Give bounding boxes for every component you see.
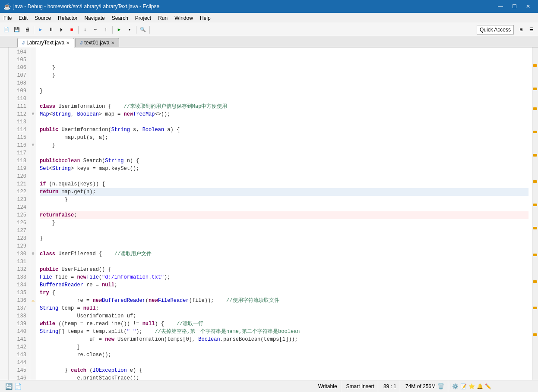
- maximize-button[interactable]: ☐: [508, 2, 521, 11]
- menu-item-file[interactable]: File: [0, 13, 15, 23]
- stop-button[interactable]: ■: [67, 25, 76, 34]
- quick-access-box[interactable]: Quick Access: [477, 25, 514, 34]
- resume-button[interactable]: ⏵: [57, 25, 66, 34]
- menu-item-project[interactable]: Project: [132, 13, 155, 23]
- fold-marker-128: [30, 235, 36, 242]
- code-line-129[interactable]: [40, 258, 529, 266]
- line-number-116: 116: [10, 141, 26, 149]
- code-line-126[interactable]: }: [40, 235, 529, 242]
- tab-icon-1: J: [22, 40, 25, 45]
- fold-marker-130[interactable]: ⊖: [30, 250, 36, 258]
- code-line-137[interactable]: while ((temp = re.readLine()) != null) {…: [40, 320, 529, 328]
- code-line-121[interactable]: }: [40, 196, 529, 204]
- save-button[interactable]: 💾: [12, 25, 22, 34]
- code-line-142[interactable]: [40, 359, 529, 367]
- line-number-140: 140: [10, 328, 26, 336]
- code-line-143[interactable]: } catch (IOException e) {: [40, 367, 529, 374]
- print-button[interactable]: 🖨: [22, 25, 32, 34]
- code-line-110[interactable]: Map<String, Boolean> map = new TreeMap<>…: [40, 110, 529, 118]
- line-number-145: 145: [10, 367, 26, 374]
- code-line-138[interactable]: String[] temps = temp.split(" "); //去掉第空…: [40, 328, 529, 336]
- status-icons: 🔄 📄: [2, 380, 25, 392]
- fold-marker-112[interactable]: ⊖: [30, 110, 36, 118]
- gc-icon[interactable]: 🗑️: [437, 383, 444, 389]
- perspective-button[interactable]: ⊞: [516, 25, 526, 34]
- view-menu-button[interactable]: ☰: [527, 25, 536, 34]
- code-line-136[interactable]: Userimformation uf;: [40, 312, 529, 320]
- code-area[interactable]: 1041051061071081091101111121131141151161…: [9, 47, 532, 380]
- code-line-107[interactable]: }: [40, 87, 529, 95]
- code-line-114[interactable]: }: [40, 141, 529, 149]
- code-line-112[interactable]: public Userimformation(String s, Boolean…: [40, 126, 529, 134]
- code-lines[interactable]: } }}class Userimformation { //来读取到的用户信息保…: [36, 47, 532, 380]
- menu-item-search[interactable]: Search: [108, 13, 132, 23]
- tab-labrary-text[interactable]: J LabraryText.java ✕: [17, 38, 74, 47]
- line-number-106: 106: [10, 64, 26, 72]
- code-line-116[interactable]: public boolean Search(String n) {: [40, 157, 529, 165]
- code-line-119[interactable]: if (n.equals(keys)) {: [40, 180, 529, 188]
- menu-item-refactor[interactable]: Refactor: [54, 13, 81, 23]
- code-line-133[interactable]: try {: [40, 289, 529, 297]
- status-icon-4: 📝: [460, 383, 467, 389]
- fold-marker-138: [30, 312, 36, 320]
- code-line-125[interactable]: [40, 227, 529, 235]
- toolbar-separator-4: [136, 26, 136, 34]
- fold-marker-119: [30, 165, 36, 172]
- menu-item-run[interactable]: Run: [155, 13, 171, 23]
- step-over-button[interactable]: ↷: [91, 25, 100, 34]
- code-line-140[interactable]: }: [40, 343, 529, 351]
- code-line-115[interactable]: [40, 149, 529, 157]
- fold-marker-118: [30, 157, 36, 165]
- line-number-137: 137: [10, 304, 26, 312]
- code-line-113[interactable]: map.put(s, a);: [40, 134, 529, 141]
- code-line-109[interactable]: class Userimformation { //来读取到的用户信息保存到Ma…: [40, 103, 529, 110]
- code-line-124[interactable]: }: [40, 219, 529, 227]
- code-line-139[interactable]: uf = new Userimformation(temps[0], Boole…: [40, 336, 529, 343]
- code-line-108[interactable]: [40, 95, 529, 103]
- code-line-128[interactable]: class UserFileread { //读取用户文件: [40, 250, 529, 258]
- fold-marker-116[interactable]: ⊖: [30, 141, 36, 149]
- code-line-134[interactable]: re = new BufferedReader(new FileReader(f…: [40, 297, 529, 304]
- run-dropdown[interactable]: ▾: [125, 25, 134, 34]
- step-return-button[interactable]: ↑: [101, 25, 111, 34]
- code-line-120[interactable]: return map.get(n);: [40, 188, 529, 196]
- code-line-135[interactable]: String temp = null;: [40, 304, 529, 312]
- close-button[interactable]: ✕: [522, 2, 535, 11]
- code-line-105[interactable]: }: [40, 72, 529, 79]
- debug-button[interactable]: ▶: [36, 25, 45, 34]
- fold-marker-120: [30, 172, 36, 180]
- line-number-130: 130: [10, 250, 26, 258]
- code-line-111[interactable]: [40, 118, 529, 126]
- code-line-141[interactable]: re.close();: [40, 351, 529, 359]
- minimize-button[interactable]: —: [494, 2, 507, 11]
- code-line-127[interactable]: [40, 242, 529, 250]
- right-scrollbar[interactable]: [532, 47, 538, 380]
- tab-close-1[interactable]: ✕: [66, 41, 70, 45]
- line-number-132: 132: [10, 266, 26, 273]
- tab-close-2[interactable]: ✕: [111, 41, 114, 45]
- code-line-131[interactable]: File file = new File("d:/imformation.txt…: [40, 273, 529, 281]
- step-into-button[interactable]: ↓: [80, 25, 90, 34]
- menu-item-edit[interactable]: Edit: [15, 13, 31, 23]
- new-button[interactable]: 📄: [2, 25, 11, 34]
- code-line-117[interactable]: Set<String> keys = map.keySet();: [40, 165, 529, 172]
- code-line-144[interactable]: e.printStackTrace();: [40, 374, 529, 380]
- tab-text01[interactable]: J text01.java ✕: [75, 38, 119, 47]
- fold-marker-133: [30, 273, 36, 281]
- run-button[interactable]: ▶: [114, 25, 124, 34]
- code-line-132[interactable]: BufferedReader re = null;: [40, 281, 529, 289]
- menu-item-window[interactable]: Window: [171, 13, 196, 23]
- code-line-123[interactable]: return false;: [40, 211, 529, 219]
- code-line-122[interactable]: [40, 204, 529, 211]
- menu-item-source[interactable]: Source: [31, 13, 54, 23]
- status-icon-5: ⭐: [468, 383, 475, 389]
- menu-item-help[interactable]: Help: [196, 13, 214, 23]
- menu-item-navigate[interactable]: Navigate: [81, 13, 108, 23]
- code-line-118[interactable]: [40, 172, 529, 180]
- line-number-108: 108: [10, 79, 26, 87]
- code-line-106[interactable]: [40, 79, 529, 87]
- suspend-button[interactable]: ⏸: [46, 25, 56, 34]
- open-type-button[interactable]: 🔍: [138, 25, 148, 34]
- code-line-130[interactable]: public UserFileread() {: [40, 266, 529, 273]
- code-line-104[interactable]: }: [40, 64, 529, 72]
